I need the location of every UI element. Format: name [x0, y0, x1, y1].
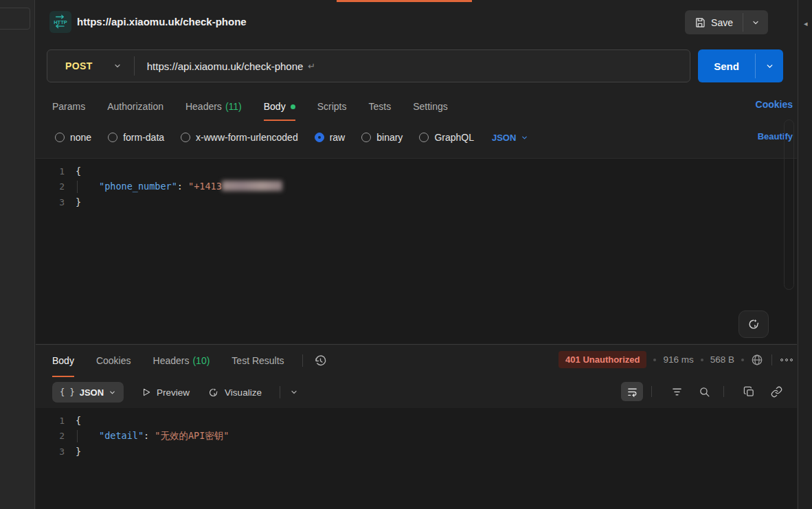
- request-tab-header: HTTP https://api.xiaomu.uk/check-phone S…: [36, 2, 797, 43]
- radio-raw[interactable]: raw: [315, 132, 346, 143]
- response-tab-body[interactable]: Body: [52, 345, 74, 377]
- line-number: 3: [36, 197, 76, 207]
- radio-binary[interactable]: binary: [361, 132, 403, 143]
- chevron-down-icon[interactable]: [113, 62, 122, 70]
- radio-graphql[interactable]: GraphQL: [419, 132, 474, 143]
- save-button[interactable]: Save: [685, 10, 743, 34]
- play-icon: [142, 387, 151, 397]
- send-options-button[interactable]: [756, 49, 783, 82]
- response-headers-count: (10): [192, 355, 210, 366]
- save-button-group: Save: [685, 10, 768, 34]
- indent-guide: [77, 181, 78, 193]
- copy-button[interactable]: [738, 382, 760, 401]
- sidebar-collapsed-item[interactable]: [0, 8, 30, 30]
- network-globe-icon[interactable]: [751, 354, 763, 366]
- search-icon: [699, 386, 710, 398]
- svg-text:HTTP: HTTP: [54, 19, 67, 25]
- response-body-editor[interactable]: 1 { 2 "detail": "无效的API密钥" 3 }: [36, 408, 797, 509]
- divider: [723, 386, 724, 397]
- chevron-down-icon: [765, 62, 774, 71]
- raw-format-dropdown[interactable]: JSON: [492, 133, 528, 143]
- divider: [134, 56, 135, 76]
- filter-icon: [671, 386, 683, 398]
- editor-scrollbar[interactable]: [784, 120, 794, 290]
- response-format-dropdown[interactable]: { } JSON: [52, 382, 124, 403]
- visualize-button[interactable]: Visualize: [207, 387, 262, 398]
- request-body-editor[interactable]: 1 { 2 "phone_number": "+1413 3 }: [36, 158, 797, 343]
- right-sidebar: ◂: [798, 0, 812, 509]
- more-options-icon[interactable]: [780, 359, 793, 361]
- divider: [651, 386, 652, 397]
- radio-none[interactable]: none: [55, 132, 91, 143]
- link-button[interactable]: [765, 382, 787, 401]
- chevron-down-icon: [752, 19, 760, 27]
- line-number: 1: [36, 166, 76, 177]
- method-selector[interactable]: POST: [65, 60, 93, 71]
- divider: [280, 386, 280, 398]
- code-line: 2 "detail": "无效的API密钥": [36, 429, 797, 444]
- divider: [302, 354, 303, 367]
- cookies-link[interactable]: Cookies: [756, 99, 793, 110]
- radio-urlencoded[interactable]: x-www-form-urlencoded: [181, 132, 298, 143]
- collapse-panel-icon[interactable]: ◂: [804, 19, 808, 28]
- filter-button[interactable]: [666, 382, 688, 401]
- tab-body[interactable]: Body: [264, 92, 295, 121]
- chevron-down-icon: [521, 134, 528, 142]
- copy-icon: [743, 386, 755, 398]
- line-number: 2: [36, 431, 76, 441]
- status-badge[interactable]: 401 Unauthorized: [559, 351, 646, 368]
- request-url-bar: POST https://api.xiaomu.uk/check-phone ↵…: [36, 49, 797, 82]
- radio-form-data[interactable]: form-data: [108, 132, 164, 143]
- save-options-button[interactable]: [743, 10, 768, 34]
- tab-params[interactable]: Params: [52, 92, 85, 121]
- request-title: https://api.xiaomu.uk/check-phone: [77, 16, 247, 27]
- tab-settings[interactable]: Settings: [413, 92, 448, 121]
- tab-authorization[interactable]: Authorization: [107, 92, 163, 121]
- http-request-icon: HTTP: [49, 11, 71, 33]
- tab-scripts[interactable]: Scripts: [317, 92, 347, 121]
- save-icon: [695, 17, 706, 28]
- dot-separator: [741, 359, 744, 361]
- preview-button[interactable]: Preview: [142, 387, 190, 398]
- response-size: 568 B: [710, 354, 734, 365]
- response-tab-headers[interactable]: Headers(10): [153, 345, 210, 377]
- tab-headers[interactable]: Headers(11): [185, 92, 242, 121]
- postbot-button[interactable]: [738, 310, 769, 338]
- divider: [771, 354, 772, 365]
- url-input[interactable]: https://api.xiaomu.uk/check-phone: [147, 60, 304, 72]
- code-line: 3 }: [36, 444, 797, 460]
- chevron-down-icon[interactable]: [290, 388, 298, 396]
- search-button[interactable]: [693, 382, 715, 401]
- line-number: 3: [36, 446, 76, 457]
- code-line: 2 "phone_number": "+1413: [36, 179, 797, 195]
- line-number: 1: [36, 416, 76, 426]
- response-time: 916 ms: [663, 354, 693, 365]
- code-line: 1 {: [36, 163, 797, 179]
- body-type-selector: none form-data x-www-form-urlencoded raw…: [36, 126, 797, 149]
- send-button[interactable]: Send: [698, 49, 755, 82]
- response-toolbar-icons: [616, 382, 787, 401]
- save-label: Save: [711, 17, 733, 28]
- dot-separator: [653, 359, 656, 361]
- body-modified-dot: [291, 104, 295, 109]
- response-history-icon[interactable]: [314, 354, 327, 367]
- request-tabs: Params Authorization Headers(11) Body Sc…: [36, 92, 797, 121]
- response-tab-test-results[interactable]: Test Results: [232, 345, 284, 377]
- line-number: 2: [36, 181, 76, 192]
- headers-count: (11): [225, 101, 242, 112]
- send-button-group: Send: [698, 49, 783, 82]
- postbot-sparkle-icon: [747, 317, 760, 331]
- wrap-text-icon: [627, 386, 638, 398]
- chevron-down-icon: [109, 389, 116, 396]
- response-tab-cookies[interactable]: Cookies: [96, 345, 131, 377]
- response-meta: 401 Unauthorized 916 ms 568 B: [559, 351, 793, 368]
- redacted-phone-blur: [222, 181, 282, 191]
- left-sidebar: [0, 0, 35, 509]
- tab-tests[interactable]: Tests: [368, 92, 391, 121]
- wrap-text-button[interactable]: [621, 382, 643, 401]
- enter-hint-icon: ↵: [308, 61, 315, 71]
- dot-separator: [701, 359, 703, 361]
- link-icon: [771, 386, 782, 398]
- braces-icon: { }: [60, 387, 75, 397]
- visualize-sparkle-icon: [207, 387, 219, 398]
